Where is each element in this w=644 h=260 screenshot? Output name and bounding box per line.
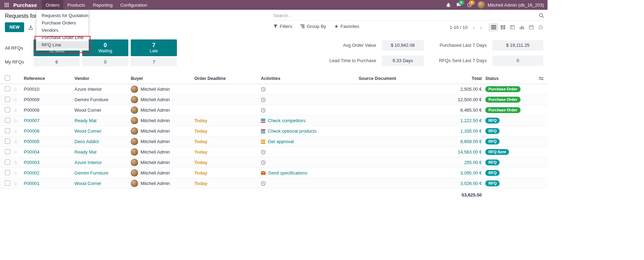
favorites-button[interactable]: ★ Favorites	[334, 24, 359, 29]
col-source-document[interactable]: Source Document	[359, 76, 439, 81]
dropdown-menu-item[interactable]: Requests for Quotation	[36, 12, 88, 19]
row-checkbox[interactable]	[5, 97, 10, 102]
messages-icon[interactable]: 5	[456, 2, 461, 7]
table-row[interactable]: ☆ P00010 Azure Interior Mitchell Admin 2…	[0, 84, 548, 95]
search-input[interactable]	[273, 13, 539, 18]
table-row[interactable]: ☆ P00003 Azure Interior Mitchell Admin T…	[0, 157, 548, 168]
row-checkbox[interactable]	[5, 128, 10, 133]
pivot-view-icon[interactable]	[508, 23, 517, 31]
activity-label[interactable]: Send specifications	[268, 170, 307, 176]
cell-activity[interactable]	[261, 108, 359, 113]
dropdown-menu-item[interactable]: RFQ Line	[36, 41, 88, 49]
table-row[interactable]: ☆ P00006 Wood Corner Mitchell Admin Toda…	[0, 126, 548, 136]
favorite-star-icon[interactable]: ☆	[13, 181, 24, 186]
cell-vendor: Gemini Furniture	[74, 170, 131, 176]
dashboard-card[interactable]: 0 Waiting	[82, 39, 128, 56]
activities-icon[interactable]: 4	[467, 2, 472, 7]
row-checkbox[interactable]	[5, 159, 10, 165]
table-row[interactable]: ☆ P00008 Wood Corner Mitchell Admin 6,46…	[0, 105, 548, 116]
dropdown-menu-item[interactable]: Purchase Order Line	[36, 34, 88, 41]
cell-activity[interactable]	[261, 160, 359, 165]
apps-grid-icon[interactable]	[3, 1, 10, 9]
cell-activity[interactable]: Send specifications	[261, 170, 359, 176]
favorite-star-icon[interactable]: ☆	[13, 139, 24, 144]
cell-activity[interactable]	[261, 181, 359, 186]
row-checkbox[interactable]	[5, 170, 10, 175]
dashboard-card[interactable]: 7 Late	[131, 39, 177, 56]
table-row[interactable]: ☆ P00002 Gemini Furniture Mitchell Admin…	[0, 168, 548, 178]
new-button[interactable]: NEW	[5, 22, 24, 32]
download-icon[interactable]	[28, 25, 33, 30]
pager-next-icon[interactable]: ›	[478, 24, 484, 31]
filters-button[interactable]: Filters	[273, 24, 292, 29]
top-navbar: Purchase Orders Products Reporting Confi…	[0, 0, 548, 10]
dropdown-menu-item[interactable]: Purchase Orders	[36, 19, 88, 27]
row-checkbox[interactable]	[5, 139, 10, 144]
my-rfqs-label[interactable]: My RFQs	[5, 57, 34, 66]
col-buyer[interactable]: Buyer	[131, 76, 194, 81]
row-checkbox[interactable]	[5, 86, 10, 91]
table-row[interactable]: ☆ P00007 Ready Mat Mitchell Admin Today …	[0, 116, 548, 126]
table-row[interactable]: ☆ P00004 Ready Mat Mitchell Admin Today …	[0, 147, 548, 157]
cell-activity[interactable]	[261, 97, 359, 102]
optional-columns-icon[interactable]	[535, 76, 548, 81]
search-bar[interactable]	[273, 11, 545, 21]
menu-orders[interactable]: Orders	[42, 0, 64, 10]
row-checkbox[interactable]	[5, 149, 10, 154]
cell-activity[interactable]: Get approval	[261, 139, 359, 144]
orders-dropdown-menu: Requests for QuotationPurchase OrdersVen…	[36, 10, 89, 51]
row-checkbox[interactable]	[5, 118, 10, 123]
list-view-icon[interactable]	[489, 23, 498, 31]
calendar-view-icon[interactable]	[527, 23, 536, 31]
dashboard-my-value[interactable]: 0	[82, 57, 128, 66]
favorite-star-icon[interactable]: ☆	[13, 118, 24, 124]
group-by-button[interactable]: Group By	[300, 24, 326, 29]
favorite-star-icon[interactable]: ☆	[13, 170, 24, 176]
graph-view-icon[interactable]	[517, 23, 527, 31]
dropdown-menu-item[interactable]: Vendors	[36, 27, 88, 34]
dashboard-my-value[interactable]: 7	[131, 57, 177, 66]
status-badge: Purchase Order	[485, 107, 521, 113]
col-activities[interactable]: Activities	[261, 76, 359, 81]
favorite-star-icon[interactable]: ☆	[13, 160, 24, 165]
user-menu[interactable]: Mitchell Admin (db_16_203)	[478, 1, 544, 9]
activity-label[interactable]: Get approval	[268, 139, 294, 144]
col-order-deadline[interactable]: Order Deadline	[194, 76, 261, 81]
activity-clock-icon	[261, 108, 266, 113]
menu-products[interactable]: Products	[63, 0, 89, 10]
all-rfqs-label[interactable]: All RFQs	[5, 39, 34, 56]
stat-label: Avg Order Value	[343, 43, 376, 48]
favorite-star-icon[interactable]: ☆	[13, 149, 24, 155]
cell-reference: P00006	[24, 128, 74, 134]
table-row[interactable]: ☆ P00001 Wood Corner Mitchell Admin Toda…	[0, 178, 548, 189]
select-all-checkbox[interactable]	[5, 75, 10, 81]
table-row[interactable]: ☆ P00009 Gemini Furniture Mitchell Admin…	[0, 95, 548, 105]
row-checkbox[interactable]	[5, 180, 10, 186]
search-icon[interactable]	[539, 13, 544, 18]
favorite-star-icon[interactable]: ☆	[13, 128, 24, 134]
cell-reference: P00001	[24, 181, 74, 186]
activity-label[interactable]: Check competitors	[268, 118, 306, 123]
favorite-star-icon[interactable]: ☆	[13, 87, 24, 92]
col-status[interactable]: Status	[482, 76, 535, 81]
favorite-star-icon[interactable]: ☆	[13, 97, 24, 103]
cell-activity[interactable]: Check optional products	[261, 128, 359, 134]
col-reference[interactable]: Reference	[24, 76, 74, 81]
activity-label[interactable]: Check optional products	[268, 128, 316, 134]
cell-activity[interactable]	[261, 150, 359, 155]
col-vendor[interactable]: Vendor	[74, 76, 131, 81]
row-checkbox[interactable]	[5, 107, 10, 112]
activity-view-icon[interactable]	[536, 23, 545, 31]
dashboard-my-value[interactable]: 6	[34, 57, 80, 66]
favorite-star-icon[interactable]: ☆	[13, 107, 24, 113]
bug-icon[interactable]	[446, 3, 451, 7]
table-body: ☆ P00010 Azure Interior Mitchell Admin 2…	[0, 84, 548, 189]
cell-activity[interactable]	[261, 87, 359, 92]
pager-previous-icon[interactable]: ‹	[471, 24, 477, 31]
table-row[interactable]: ☆ P00005 Deco Addict Mitchell Admin Toda…	[0, 136, 548, 147]
cell-activity[interactable]: Check competitors	[261, 118, 359, 123]
kanban-view-icon[interactable]	[498, 23, 508, 31]
menu-configuration[interactable]: Configuration	[116, 0, 151, 10]
col-total[interactable]: Total	[439, 76, 482, 81]
menu-reporting[interactable]: Reporting	[89, 0, 116, 10]
